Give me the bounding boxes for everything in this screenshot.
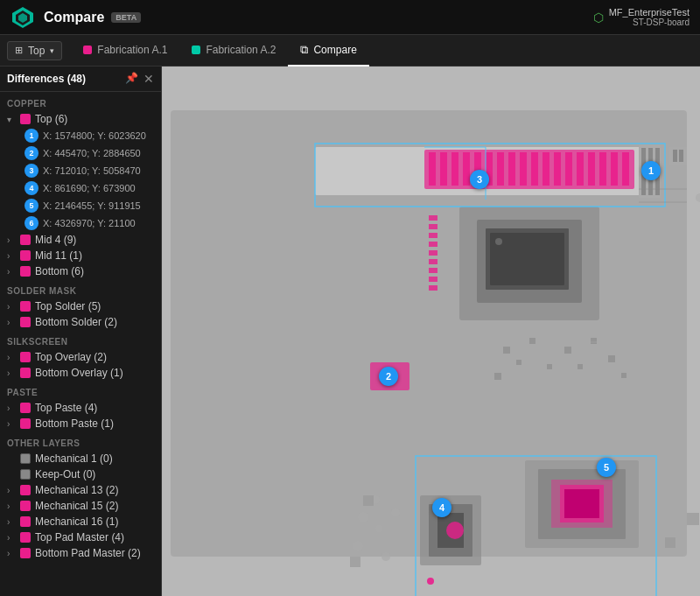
svg-rect-43: [669, 147, 687, 165]
marker-3[interactable]: 3: [470, 170, 489, 189]
tabbar: ⊞ Top ▾ Fabrication A.1 Fabrication A.2 …: [0, 35, 700, 67]
top-solder-label: Top Solder (5): [35, 300, 154, 312]
layer-selector-icon: ⊞: [15, 45, 23, 56]
svg-rect-105: [665, 537, 676, 548]
tree-item-mid4[interactable]: › Mid 4 (9): [0, 232, 161, 248]
coord-item-6[interactable]: 6 X: 4326970; Y: 21100: [0, 214, 161, 232]
svg-rect-21: [588, 152, 595, 186]
coord-1: X: 1574800; Y: 6023620: [43, 130, 146, 141]
bottom-icon: [20, 266, 31, 277]
svg-point-50: [446, 522, 464, 539]
tree-item-top-pad-master[interactable]: › Top Pad Master (4): [0, 529, 161, 545]
marker-1[interactable]: 1: [641, 161, 661, 180]
svg-rect-13: [497, 152, 504, 186]
svg-rect-9: [452, 152, 458, 186]
tree-item-mech15[interactable]: › Mechanical 15 (2): [0, 498, 161, 514]
svg-rect-22: [599, 152, 606, 186]
coord-item-2[interactable]: 2 X: 445470; Y: 2884650: [0, 144, 161, 162]
chevron-down-icon: ▾: [50, 46, 54, 55]
tree-item-top-solder[interactable]: › Top Solder (5): [0, 298, 161, 314]
tree-item-top[interactable]: ▾ Top (6): [0, 111, 161, 127]
pin-icon[interactable]: 📌: [125, 72, 138, 86]
arrow-top: ▾: [7, 115, 16, 124]
tab-fab2[interactable]: Fabrication A.2: [179, 35, 288, 67]
coord-2: X: 445470; Y: 2884650: [43, 148, 141, 158]
tree-item-mech16[interactable]: › Mechanical 16 (1): [0, 514, 161, 529]
section-solder-mask: SOLDER MASK: [0, 279, 161, 298]
section-paste: PASTE: [0, 381, 161, 400]
file-name: MF_EnterpriseTest: [609, 7, 690, 18]
tree-item-bottom[interactable]: › Bottom (6): [0, 263, 161, 279]
badge-1: 1: [24, 129, 38, 143]
file-icon: ⬡: [593, 11, 604, 25]
tree-item-mid11[interactable]: › Mid 11 (1): [0, 248, 161, 263]
svg-rect-18: [554, 152, 561, 186]
coord-item-1[interactable]: 1 X: 1574800; Y: 6023620: [0, 127, 161, 144]
pcb-svg: [162, 67, 700, 596]
coord-item-4[interactable]: 4 X: 861690; Y: 673900: [0, 179, 161, 197]
tree-item-keepout[interactable]: Keep-Out (0): [0, 466, 161, 482]
close-icon[interactable]: ✕: [144, 72, 154, 86]
sidebar: Differences (48) 📌 ✕ COPPER ▾ Top (6) 1 …: [0, 67, 162, 596]
compare-icon: ⧉: [300, 43, 308, 57]
svg-rect-26: [429, 224, 438, 229]
diff-actions[interactable]: 📌 ✕: [125, 72, 154, 86]
tree-item-top-paste[interactable]: › Top Paste (4): [0, 400, 161, 416]
svg-rect-94: [516, 360, 522, 365]
app-header: Compare BETA ⬡ MF_EnterpriseTest ST-DSP-…: [0, 0, 700, 35]
svg-rect-23: [611, 152, 618, 186]
arrow-mid11: ›: [7, 251, 16, 261]
tree-item-bottom-pad-master[interactable]: › Bottom Pad Master (2): [0, 545, 161, 561]
svg-rect-32: [429, 277, 438, 282]
tree-item-bottom-paste[interactable]: › Bottom Paste (1): [0, 416, 161, 431]
tab-fab1[interactable]: Fabrication A.1: [71, 35, 179, 67]
tab-fab2-dot: [192, 46, 200, 54]
mech16-label: Mechanical 16 (1): [35, 515, 154, 528]
bottom-paste-label: Bottom Paste (1): [35, 417, 154, 430]
badge-6: 6: [24, 216, 38, 230]
main-layout: Differences (48) 📌 ✕ COPPER ▾ Top (6) 1 …: [0, 67, 700, 596]
svg-rect-24: [622, 152, 629, 186]
svg-point-77: [382, 552, 390, 561]
badge-4: 4: [24, 181, 38, 195]
mech13-label: Mechanical 13 (2): [35, 484, 154, 496]
file-sub: ST-DSP-board: [609, 18, 690, 27]
tab-compare[interactable]: ⧉ Compare: [288, 35, 368, 67]
svg-rect-17: [542, 152, 550, 186]
svg-rect-45: [679, 150, 683, 162]
pcb-canvas[interactable]: 1 2 3 4 5 6: [162, 67, 700, 596]
badge-2: 2: [24, 146, 38, 160]
layer-selector[interactable]: ⊞ Top ▾: [7, 41, 62, 60]
bottom-solder-label: Bottom Solder (2): [35, 316, 154, 328]
mid4-label: Mid 4 (9): [35, 234, 154, 246]
marker-5[interactable]: 5: [597, 458, 616, 477]
marker-4[interactable]: 4: [432, 498, 452, 517]
svg-rect-106: [350, 557, 360, 567]
tree-item-bottom-overlay[interactable]: › Bottom Overlay (1): [0, 365, 161, 381]
svg-rect-104: [687, 513, 699, 525]
svg-rect-15: [520, 152, 527, 186]
tree-item-top-overlay[interactable]: › Top Overlay (2): [0, 349, 161, 365]
coord-item-3[interactable]: 3 X: 712010; Y: 5058470: [0, 162, 161, 179]
diff-title: Differences (48): [7, 73, 86, 85]
tree-item-mech13[interactable]: › Mechanical 13 (2): [0, 482, 161, 498]
coord-3: X: 712010; Y: 5058470: [43, 165, 141, 176]
badge-3: 3: [24, 164, 38, 178]
coord-item-5[interactable]: 5 X: 2146455; Y: 911915: [0, 197, 161, 214]
file-info: ⬡ MF_EnterpriseTest ST-DSP-board: [593, 7, 690, 27]
top-overlay-label: Top Overlay (2): [35, 351, 154, 363]
marker-2[interactable]: 2: [379, 367, 398, 386]
app-title: Compare: [44, 10, 104, 25]
top-pad-master-label: Top Pad Master (4): [35, 531, 154, 543]
bottom-overlay-label: Bottom Overlay (1): [35, 367, 154, 379]
tree-item-bottom-solder[interactable]: › Bottom Solder (2): [0, 314, 161, 330]
svg-rect-27: [429, 233, 438, 238]
tab-fab1-label: Fabrication A.1: [97, 44, 167, 56]
tree-item-mech1[interactable]: Mechanical 1 (0): [0, 451, 161, 466]
mid4-icon: [20, 235, 31, 245]
coord-6: X: 4326970; Y: 21100: [43, 218, 136, 228]
svg-rect-25: [429, 215, 438, 221]
svg-rect-33: [429, 285, 438, 291]
coord-4: X: 861690; Y: 673900: [43, 183, 136, 193]
svg-point-73: [375, 525, 382, 532]
